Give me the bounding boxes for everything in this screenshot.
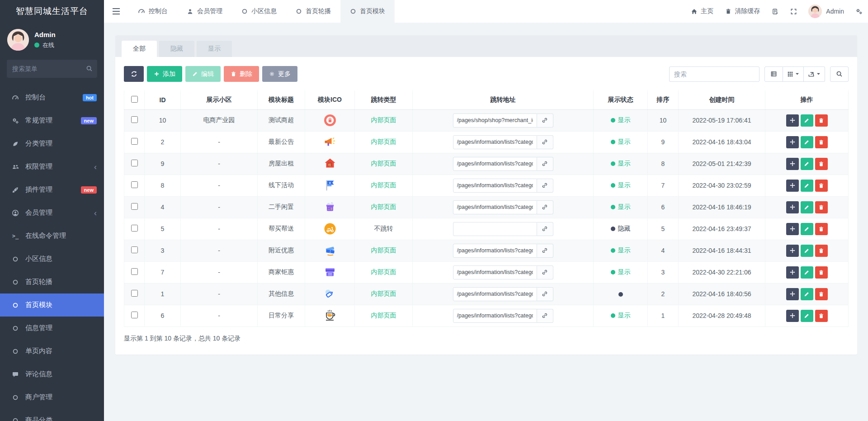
hamburger-menu-icon[interactable] [104, 0, 128, 23]
settings-button[interactable] [849, 0, 868, 23]
drag-sort-button[interactable] [786, 288, 799, 300]
export-button[interactable] [804, 66, 825, 82]
sidebar-item-category-manage[interactable]: 分类管理 [0, 132, 104, 155]
drag-sort-button[interactable] [786, 310, 799, 322]
row-checkbox[interactable] [131, 203, 138, 210]
jump-url-input[interactable] [453, 222, 537, 236]
edit-row-button[interactable] [801, 201, 813, 213]
sidebar-item-console[interactable]: 控制台hot [0, 86, 104, 109]
drag-sort-button[interactable] [786, 158, 799, 170]
tab-home-module[interactable]: 首页模块 [340, 0, 395, 23]
drag-sort-button[interactable] [786, 136, 799, 148]
table-search-input[interactable] [669, 66, 760, 82]
delete-row-button[interactable] [815, 180, 828, 192]
sidebar-item-merchant-manage[interactable]: 商户管理 [0, 386, 104, 409]
delete-row-button[interactable] [815, 136, 828, 148]
link-button[interactable] [537, 135, 553, 149]
row-checkbox[interactable] [131, 225, 138, 232]
drag-sort-button[interactable] [786, 245, 799, 257]
delete-button[interactable]: 删除 [224, 66, 259, 82]
delete-row-button[interactable] [815, 201, 828, 213]
detail-view-button[interactable] [764, 66, 783, 82]
fullscreen-button[interactable] [784, 0, 803, 23]
link-button[interactable] [537, 309, 553, 323]
edit-row-button[interactable] [801, 114, 813, 127]
sidebar-item-home-carousel[interactable]: 首页轮播 [0, 270, 104, 293]
link-button[interactable] [537, 157, 553, 171]
edit-row-button[interactable] [801, 158, 813, 170]
delete-row-button[interactable] [815, 223, 828, 235]
jump-url-input[interactable] [453, 309, 537, 323]
row-checkbox[interactable] [131, 181, 138, 188]
drag-sort-button[interactable] [786, 266, 799, 279]
sidebar-item-info-manage[interactable]: 信息管理 [0, 317, 104, 340]
link-button[interactable] [537, 287, 553, 301]
sidebar-item-addon-manage[interactable]: 插件管理new [0, 178, 104, 201]
link-button[interactable] [537, 179, 553, 193]
edit-button[interactable]: 编辑 [185, 66, 221, 82]
jump-url-input[interactable] [453, 135, 537, 149]
sidebar-item-home-module[interactable]: 首页模块 [0, 293, 104, 317]
link-button[interactable] [537, 265, 553, 279]
edit-row-button[interactable] [801, 136, 813, 148]
drag-sort-button[interactable] [786, 114, 799, 127]
tab-member-manage[interactable]: 会员管理 [177, 0, 232, 23]
filter-tab-shown[interactable]: 显示 [197, 41, 232, 57]
more-button[interactable]: 更多 [262, 66, 297, 82]
row-checkbox[interactable] [131, 290, 138, 297]
row-checkbox[interactable] [131, 160, 138, 166]
clear-cache-button[interactable]: 清除缓存 [719, 0, 766, 23]
sidebar-item-community-info[interactable]: 小区信息 [0, 247, 104, 270]
jump-url-input[interactable] [453, 265, 537, 279]
sidebar-item-general-manage[interactable]: 常规管理new [0, 109, 104, 132]
sidebar-item-comment-info[interactable]: 评论信息 [0, 363, 104, 386]
delete-row-button[interactable] [815, 158, 828, 170]
link-button[interactable] [537, 200, 553, 214]
drag-sort-button[interactable] [786, 201, 799, 213]
select-all-checkbox[interactable] [131, 96, 138, 103]
row-checkbox[interactable] [131, 138, 138, 145]
jump-url-input[interactable] [453, 114, 537, 128]
tab-console[interactable]: 控制台 [128, 0, 177, 23]
delete-row-button[interactable] [815, 310, 828, 322]
sidebar-item-member-manage[interactable]: 会员管理‹ [0, 201, 104, 224]
edit-row-button[interactable] [801, 288, 813, 300]
row-checkbox[interactable] [131, 312, 138, 318]
row-checkbox[interactable] [131, 116, 138, 123]
add-button[interactable]: 添加 [147, 66, 182, 82]
edit-row-button[interactable] [801, 266, 813, 279]
search-submit-button[interactable] [830, 66, 849, 82]
menu-search-input[interactable] [7, 60, 97, 78]
row-checkbox[interactable] [131, 246, 138, 253]
jump-url-input[interactable] [453, 179, 537, 193]
delete-row-button[interactable] [815, 245, 828, 257]
refresh-button[interactable] [124, 66, 144, 82]
note-button[interactable] [766, 0, 784, 23]
jump-url-input[interactable] [453, 244, 537, 258]
edit-row-button[interactable] [801, 245, 813, 257]
filter-tab-hidden[interactable]: 隐藏 [159, 41, 194, 57]
delete-row-button[interactable] [815, 288, 828, 300]
drag-sort-button[interactable] [786, 223, 799, 235]
user-avatar[interactable] [7, 29, 29, 51]
row-checkbox[interactable] [131, 268, 138, 275]
filter-tab-all[interactable]: 全部 [122, 41, 157, 57]
link-button[interactable] [537, 244, 553, 258]
sidebar-item-online-command[interactable]: >_在线命令管理 [0, 224, 104, 247]
link-button[interactable] [537, 222, 553, 236]
jump-url-input[interactable] [453, 200, 537, 214]
edit-row-button[interactable] [801, 223, 813, 235]
sidebar-item-auth-manage[interactable]: 权限管理‹ [0, 155, 104, 178]
drag-sort-button[interactable] [786, 180, 799, 192]
tab-community-info[interactable]: 小区信息 [232, 0, 286, 23]
edit-row-button[interactable] [801, 310, 813, 322]
delete-row-button[interactable] [815, 114, 828, 127]
admin-menu[interactable]: Admin [803, 5, 849, 18]
sidebar-item-single-page[interactable]: 单页内容 [0, 340, 104, 363]
jump-url-input[interactable] [453, 157, 537, 171]
home-link[interactable]: 主页 [685, 0, 719, 23]
delete-row-button[interactable] [815, 266, 828, 279]
columns-button[interactable] [783, 66, 804, 82]
edit-row-button[interactable] [801, 180, 813, 192]
link-button[interactable] [537, 114, 553, 128]
